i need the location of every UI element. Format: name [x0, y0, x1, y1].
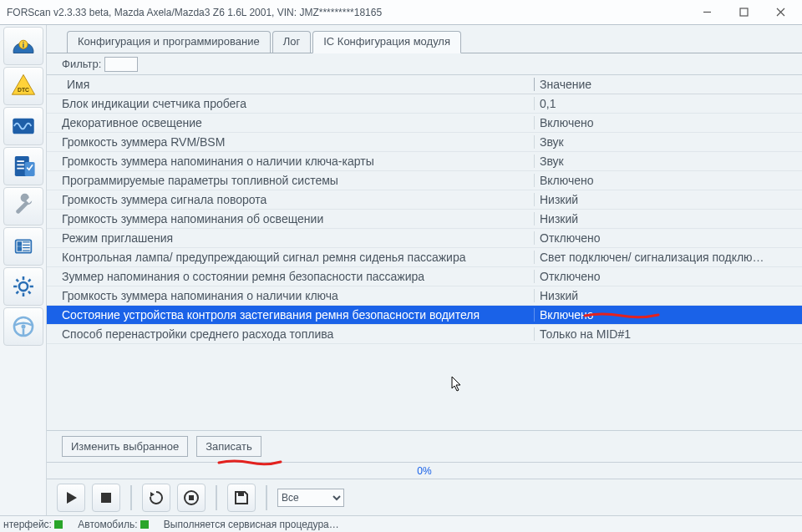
table-row[interactable]: Громкость зуммера RVM/BSM Звук: [47, 133, 802, 152]
tab-log[interactable]: Лог: [272, 31, 312, 53]
toolbar-separator: [266, 485, 267, 510]
table-row[interactable]: Зуммер напоминания о состоянии ремня без…: [47, 267, 802, 286]
sidebar-tests-button[interactable]: [3, 147, 43, 185]
table-row[interactable]: Громкость зуммера напоминания о наличии …: [47, 152, 802, 171]
svg-marker-14: [150, 492, 155, 497]
write-button[interactable]: Записать: [196, 436, 261, 457]
progress-bar: 0%: [47, 462, 802, 479]
sidebar-config-button[interactable]: [3, 227, 43, 266]
column-header-name[interactable]: Имя: [62, 78, 534, 91]
table-row[interactable]: Громкость зуммера напоминания об освещен…: [47, 210, 802, 229]
refresh-button[interactable]: [142, 484, 170, 512]
content-pane: Конфигурация и программирование Лог IC К…: [47, 25, 802, 515]
tab-ic-module-config[interactable]: IC Конфигурация модуля: [312, 31, 461, 53]
stop-all-button[interactable]: [177, 484, 206, 512]
svg-text:i: i: [22, 41, 23, 49]
filter-row: Фильтр:: [47, 53, 802, 75]
save-button[interactable]: [227, 484, 256, 512]
stop-button[interactable]: [92, 484, 120, 512]
window-minimize-button[interactable]: [688, 1, 725, 24]
edit-selected-button[interactable]: Изменить выбранное: [62, 436, 188, 457]
table-row[interactable]: Блок индикации счетчика пробега 0,1: [47, 94, 802, 114]
filter-combo[interactable]: Все: [277, 489, 344, 507]
sidebar-vehicle-info-button[interactable]: i: [3, 27, 43, 65]
svg-point-11: [21, 324, 25, 328]
column-header-value[interactable]: Значение: [534, 78, 802, 91]
sidebar-steering-button[interactable]: [3, 307, 43, 346]
status-bar: нтерфейс: Автомобиль: Выполняется сервис…: [0, 515, 802, 532]
svg-marker-12: [67, 492, 77, 504]
toolbar-separator: [216, 485, 217, 510]
sidebar: i DTC: [0, 25, 47, 515]
svg-rect-17: [238, 492, 244, 496]
status-indicator-icon: [54, 520, 63, 529]
filter-label: Фильтр:: [62, 58, 101, 70]
status-service: Выполняется сервисная процедура…: [164, 519, 339, 530]
play-button[interactable]: [57, 484, 85, 512]
filter-input[interactable]: [104, 57, 138, 72]
titlebar: FORScan v2.3.33 beta, Mazda Axela/Mazda3…: [0, 0, 802, 25]
sidebar-oscilloscope-button[interactable]: [3, 107, 43, 145]
window-close-button[interactable]: [762, 1, 799, 24]
sidebar-dtc-button[interactable]: DTC: [3, 67, 43, 105]
status-interface: нтерфейс:: [3, 519, 66, 530]
table-row[interactable]: Громкость зуммера сигнала поворота Низки…: [47, 190, 802, 210]
action-button-row: Изменить выбранное Записать: [47, 430, 802, 462]
table-row[interactable]: Громкость зуммера напоминания о наличии …: [47, 286, 802, 306]
table-row[interactable]: Контрольная лампа/ предупреждающий сигна…: [47, 248, 802, 267]
svg-rect-13: [101, 493, 111, 503]
window-maximize-button[interactable]: [725, 1, 762, 24]
svg-point-9: [18, 282, 27, 291]
status-indicator-icon: [140, 520, 149, 529]
parameter-grid: Имя Значение Блок индикации счетчика про…: [47, 75, 802, 430]
sidebar-settings-button[interactable]: [3, 267, 43, 306]
progress-text: 0%: [417, 465, 431, 477]
annotation-underline: [217, 456, 282, 463]
table-row[interactable]: Декоративное освещение Включено: [47, 114, 802, 133]
table-row[interactable]: Способ перенастройки среднего расхода то…: [47, 325, 802, 344]
table-row[interactable]: Режим приглашения Отключено: [47, 229, 802, 248]
svg-rect-0: [740, 8, 748, 16]
svg-text:DTC: DTC: [18, 87, 29, 93]
grid-header: Имя Значение: [47, 75, 802, 94]
status-car: Автомобиль:: [78, 519, 152, 530]
toolbar-separator: [130, 485, 132, 510]
table-row[interactable]: Программируемые параметры топливной сист…: [47, 171, 802, 190]
tabs: Конфигурация и программирование Лог IC К…: [47, 25, 802, 53]
table-row[interactable]: Состояние устройства контроля застегиван…: [47, 306, 802, 325]
sidebar-service-button[interactable]: [3, 187, 43, 225]
window-title: FORScan v2.3.33 beta, Mazda Axela/Mazda3…: [7, 7, 688, 18]
svg-rect-16: [189, 495, 194, 500]
bottom-toolbar: Все: [47, 479, 802, 515]
tab-config-programming[interactable]: Конфигурация и программирование: [67, 31, 271, 53]
